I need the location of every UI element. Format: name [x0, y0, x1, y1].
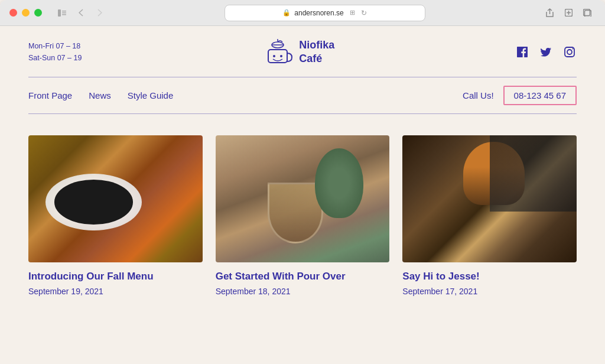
- browser-actions: [541, 6, 596, 20]
- close-button[interactable]: [9, 9, 17, 17]
- call-us-label: Call Us!: [463, 90, 494, 100]
- nav-divider: [28, 113, 577, 114]
- forward-icon[interactable]: [92, 6, 108, 20]
- reader-mode-icon: ⊞: [350, 9, 355, 17]
- new-tab-icon[interactable]: [560, 6, 577, 20]
- svg-rect-2: [62, 12, 66, 14]
- refresh-icon[interactable]: ↻: [361, 9, 367, 17]
- tab-overview-icon[interactable]: [579, 6, 596, 20]
- svg-point-10: [273, 55, 275, 57]
- post-date-jesse: September 17, 2021: [402, 287, 477, 296]
- lock-icon: 🔒: [282, 9, 291, 17]
- address-bar[interactable]: 🔒 andersnoren.se ⊞ ↻: [225, 5, 425, 21]
- post-card-jesse[interactable]: Say Hi to Jesse! September 17, 2021: [402, 135, 577, 297]
- header-top: Mon-Fri 07 – 18 Sat-Sun 07 – 19: [28, 37, 577, 77]
- svg-rect-3: [62, 14, 66, 15]
- post-image-jesse: [402, 135, 577, 262]
- twitter-icon[interactable]: [539, 45, 553, 59]
- post-card-pour-over[interactable]: Get Started With Pour Over September 18,…: [216, 135, 390, 297]
- svg-rect-1: [62, 11, 66, 12]
- facebook-icon[interactable]: [515, 45, 529, 59]
- post-title-fall-menu[interactable]: Introducing Our Fall Menu: [28, 271, 203, 282]
- social-links: [515, 45, 577, 59]
- back-icon[interactable]: [73, 6, 89, 20]
- header-divider: [28, 77, 577, 77]
- nav-news[interactable]: News: [89, 90, 111, 100]
- logo-text: Niofika Café: [299, 38, 334, 66]
- fall-menu-image: [28, 135, 203, 262]
- nav-front-page[interactable]: Front Page: [28, 90, 72, 100]
- maximize-button[interactable]: [34, 9, 42, 17]
- browser-window: 🔒 andersnoren.se ⊞ ↻: [0, 0, 605, 364]
- logo-icon: [262, 37, 293, 67]
- svg-point-15: [567, 50, 572, 54]
- posts-grid: Introducing Our Fall Menu September 19, …: [28, 135, 577, 297]
- svg-point-16: [573, 48, 574, 50]
- sidebar-toggle-icon[interactable]: [54, 6, 70, 20]
- post-image-pour-over: [216, 135, 390, 262]
- address-bar-container: 🔒 andersnoren.se ⊞ ↻: [115, 5, 534, 21]
- browser-nav-controls: [54, 6, 108, 20]
- weekday-hours: Mon-Fri 07 – 18: [28, 40, 82, 52]
- business-hours: Mon-Fri 07 – 18 Sat-Sun 07 – 19: [28, 40, 82, 64]
- site-header: Mon-Fri 07 – 18 Sat-Sun 07 – 19: [0, 26, 605, 77]
- post-image-fall-menu: [28, 135, 203, 262]
- post-title-pour-over[interactable]: Get Started With Pour Over: [216, 271, 390, 282]
- svg-rect-0: [58, 9, 61, 17]
- site-logo[interactable]: Niofika Café: [262, 37, 334, 67]
- traffic-lights: [9, 9, 42, 17]
- pour-over-image: [216, 135, 390, 262]
- nav-links: Front Page News Style Guide: [28, 90, 173, 100]
- main-nav: Front Page News Style Guide Call Us! 08-…: [0, 77, 605, 113]
- nav-style-guide[interactable]: Style Guide: [128, 90, 174, 100]
- post-date-pour-over: September 18, 2021: [216, 287, 291, 296]
- instagram-icon[interactable]: [562, 45, 577, 59]
- jesse-image: [402, 135, 577, 262]
- weekend-hours: Sat-Sun 07 – 19: [28, 52, 82, 64]
- share-icon[interactable]: [541, 6, 558, 20]
- svg-point-11: [280, 55, 282, 57]
- website-content: Mon-Fri 07 – 18 Sat-Sun 07 – 19: [0, 26, 605, 364]
- post-date-fall-menu: September 19, 2021: [28, 287, 103, 296]
- phone-button[interactable]: 08-123 45 67: [503, 86, 577, 105]
- nav-right: Call Us! 08-123 45 67: [463, 86, 577, 105]
- browser-titlebar: 🔒 andersnoren.se ⊞ ↻: [0, 0, 605, 26]
- post-card-fall-menu[interactable]: Introducing Our Fall Menu September 19, …: [28, 135, 203, 297]
- post-title-jesse[interactable]: Say Hi to Jesse!: [402, 271, 577, 282]
- main-content: Introducing Our Fall Menu September 19, …: [0, 114, 605, 314]
- url-text: andersnoren.se: [294, 9, 343, 17]
- minimize-button[interactable]: [22, 9, 30, 17]
